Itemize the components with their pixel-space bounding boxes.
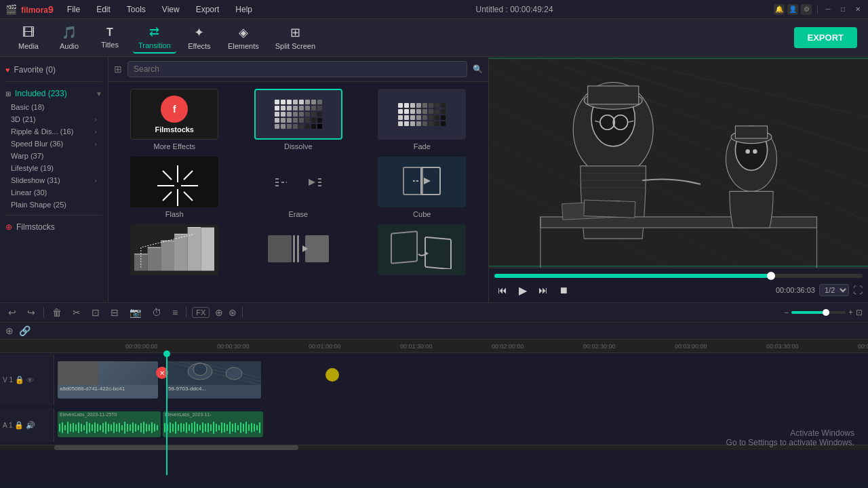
tool-titles[interactable]: T Titles	[92, 24, 127, 52]
crop-button[interactable]: ⊡	[89, 306, 102, 319]
category-linear[interactable]: Linear (30)	[0, 186, 108, 199]
audio-clip-2[interactable]: ElevenLabs_2023-11-	[163, 411, 263, 437]
close-button[interactable]: ✕	[853, 5, 863, 14]
track-1-content[interactable]: a8d05088-d741-422c-bc41 ✕	[54, 354, 868, 405]
ratio-selector[interactable]: 1/2 1/1 1/4	[819, 284, 849, 296]
svg-rect-124	[172, 424, 174, 432]
zoom-thumb[interactable]	[823, 309, 829, 316]
audio-icon: 🎵	[62, 25, 77, 40]
audio-track-mute[interactable]: 🔊	[26, 421, 35, 430]
track-1-lock[interactable]: 🔒	[15, 375, 24, 384]
category-3d[interactable]: 3D (21) ›	[0, 113, 108, 125]
search-icon[interactable]: 🔍	[473, 64, 483, 74]
category-ripple[interactable]: Ripple & Dis... (16) ›	[0, 125, 108, 138]
category-lifestyle[interactable]: Lifestyle (19)	[0, 162, 108, 174]
transition-flip[interactable]	[363, 224, 481, 279]
svg-rect-29	[297, 235, 299, 262]
transition-stair[interactable]	[115, 224, 234, 279]
transition-cube[interactable]: Cube	[363, 157, 481, 219]
video-clip-1[interactable]: a8d05088-d741-422c-bc41	[58, 361, 158, 399]
transition-erase[interactable]: Erase	[239, 157, 358, 219]
menu-button[interactable]: ≡	[170, 306, 180, 319]
search-input[interactable]	[127, 61, 467, 77]
stop-button[interactable]: ⏹	[555, 282, 572, 298]
fit-button[interactable]: ⊡	[856, 308, 863, 317]
transition-marker[interactable]: ✕	[156, 367, 168, 379]
zoom-slider[interactable]	[791, 311, 846, 314]
snapshot-button[interactable]: 📷	[127, 306, 144, 319]
filmstocks-section[interactable]: ⊕ Filmstocks	[0, 220, 108, 235]
ripple-label: Ripple & Dis... (16)	[11, 127, 73, 136]
redo-button[interactable]: ↪	[24, 306, 38, 319]
preview-timeline-bar[interactable]	[494, 274, 863, 278]
favorite-label: Favorite (0)	[14, 65, 56, 75]
tool-effects[interactable]: ✦ Effects	[182, 22, 217, 53]
transition-dissolve[interactable]: Dissolve	[239, 89, 358, 151]
menu-view[interactable]: View	[159, 3, 182, 16]
menu-edit[interactable]: Edit	[94, 3, 113, 16]
preview-panel: ⏮ ▶ ⏭ ⏹ 00:00:36:03 1/2 1/1 1/4 ⛶	[489, 57, 869, 302]
step-forward-button[interactable]: ⏭	[535, 282, 551, 298]
scrollbar-thumb[interactable]	[54, 445, 298, 450]
step-back-button[interactable]: ⏮	[494, 282, 511, 298]
grid-icon-small: ⊞	[5, 90, 11, 98]
account-icon[interactable]: 👤	[787, 4, 798, 15]
settings-icon[interactable]: ⚙	[801, 4, 812, 15]
transition-more-effects[interactable]: f Filmstocks More Effects	[115, 89, 234, 151]
favorite-section[interactable]: ♥ Favorite (0)	[0, 62, 108, 77]
transition-slide[interactable]	[239, 224, 358, 279]
category-plainshape[interactable]: Plain Shape (25)	[0, 199, 108, 211]
tool-media[interactable]: 🎞 Media	[11, 23, 46, 53]
included-section-header[interactable]: ⊞ Included (233) ▼	[0, 86, 108, 101]
category-warp[interactable]: Warp (37)	[0, 150, 108, 162]
audio-clip-1[interactable]: ElevenLabs_2023-11-25T0	[58, 411, 161, 437]
timer-button[interactable]: ⏱	[149, 306, 164, 319]
menu-help[interactable]: Help	[233, 3, 255, 16]
transition-flash[interactable]: Flash	[115, 157, 234, 219]
svg-rect-134	[199, 425, 201, 430]
undo-button[interactable]: ↩	[5, 306, 19, 319]
included-label: Included (233)	[15, 89, 67, 98]
color-button[interactable]: ⊛	[229, 307, 237, 318]
maximize-button[interactable]: □	[838, 5, 848, 14]
copy-button[interactable]: ⊟	[108, 306, 121, 319]
minimize-button[interactable]: ─	[823, 5, 833, 14]
menu-tools[interactable]: Tools	[124, 3, 149, 16]
activate-subtitle: Go to Settings to activate Windows.	[726, 438, 854, 447]
svg-rect-57	[583, 200, 635, 218]
category-basic[interactable]: Basic (18)	[0, 101, 108, 113]
audio-waveform-2	[163, 418, 263, 437]
audio-track-lock[interactable]: 🔒	[14, 421, 24, 430]
export-button[interactable]: EXPORT	[794, 27, 857, 48]
add-track-icon[interactable]: ⊕	[5, 325, 14, 336]
notification-icon[interactable]: 🔔	[774, 4, 785, 15]
zoom-out-button[interactable]: −	[784, 308, 789, 317]
chevron-down-icon: ▼	[96, 90, 102, 98]
video-clip-2[interactable]: 58-9703-ddc4...	[166, 361, 261, 399]
motion-button[interactable]: ⊕	[215, 307, 223, 318]
menu-file[interactable]: File	[64, 3, 83, 16]
filmstocks-label: Filmstocks	[16, 222, 55, 232]
fullscreen-icon[interactable]: ⛶	[853, 285, 863, 296]
layout-grid-icon[interactable]: ⊞	[114, 64, 122, 75]
play-button[interactable]: ▶	[515, 282, 531, 298]
menu-export[interactable]: Export	[193, 3, 222, 16]
tool-splitscreen[interactable]: ⊞ Split Screen	[270, 22, 321, 53]
timeline-thumb[interactable]	[767, 272, 775, 280]
tool-audio[interactable]: 🎵 Audio	[52, 22, 87, 53]
svg-rect-152	[248, 424, 250, 431]
fx-button[interactable]: FX	[192, 307, 210, 318]
effects-label: Effects	[188, 42, 210, 50]
category-slideshow[interactable]: Slideshow (31) ›	[0, 174, 108, 186]
zoom-in-button[interactable]: +	[848, 308, 853, 317]
delete-button[interactable]: 🗑	[50, 306, 64, 319]
link-icon[interactable]: 🔗	[19, 325, 31, 336]
cut-button[interactable]: ✂	[70, 306, 83, 319]
tool-elements[interactable]: ◈ Elements	[222, 22, 264, 53]
track-1-eye[interactable]: 👁	[26, 376, 34, 384]
svg-rect-89	[73, 423, 74, 432]
tool-transition[interactable]: ⇄ Transition	[133, 22, 176, 54]
svg-rect-19	[188, 228, 201, 271]
transition-fade[interactable]: Fade	[363, 89, 481, 151]
category-speedblur[interactable]: Speed Blur (36) ›	[0, 138, 108, 150]
